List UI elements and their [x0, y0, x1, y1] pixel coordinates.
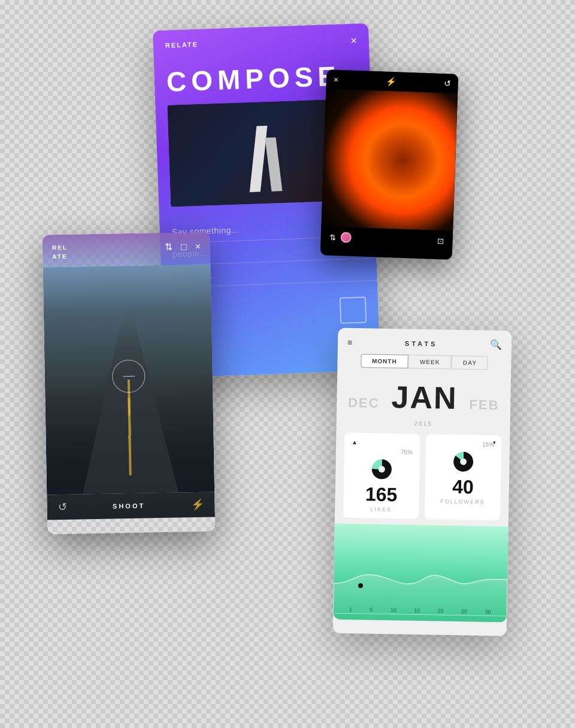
stats-month-nav: DEC JAN FEB	[337, 373, 511, 421]
chart-label-15: 15	[414, 608, 420, 614]
shoot-flash-icon[interactable]: ⚡	[190, 498, 204, 511]
tab-day[interactable]: DAY	[452, 356, 489, 370]
share-box	[340, 296, 367, 324]
likes-arrow: ▲	[352, 439, 413, 447]
compose-close-button[interactable]: ×	[350, 35, 357, 47]
followers-pie-chart	[452, 451, 474, 473]
month-current: JAN	[391, 379, 458, 416]
shoot-logo: RELATE	[52, 243, 68, 261]
followers-label: FOLLOWERS	[432, 498, 493, 505]
month-prev[interactable]: DEC	[348, 395, 380, 411]
card-shoot: RELATE ⇅ □ × ↺ SHOOT ⚡	[43, 232, 216, 535]
stats-header: ≡ STATS 🔍	[338, 328, 512, 357]
tab-week[interactable]: WEEK	[408, 355, 452, 369]
tab-month[interactable]: MONTH	[361, 354, 408, 368]
shoot-header: RELATE ⇅ □ ×	[43, 232, 211, 268]
arch-shape	[240, 113, 290, 193]
likes-value: 165	[350, 484, 412, 505]
followers-card: ▼ 15% 40 FOLLOWERS	[425, 434, 501, 520]
stats-search-icon[interactable]: 🔍	[490, 339, 502, 350]
stats-tabs: MONTH WEEK DAY	[337, 354, 512, 377]
shoot-rotate-icon[interactable]: ↺	[58, 500, 66, 514]
chart-label-20: 20	[438, 608, 444, 614]
shoot-adjust-icon[interactable]: ⇅	[165, 241, 172, 253]
chart-label-25: 25	[461, 608, 467, 614]
shoot-footer: ↺ SHOOT ⚡	[47, 492, 215, 520]
likes-percent: 75%	[401, 448, 413, 455]
chart-label-30: 30	[485, 609, 491, 615]
shoot-label: SHOOT	[113, 502, 145, 510]
stats-chart-area: 1 5 10 15 20 25 30	[333, 523, 509, 622]
card-stats: ≡ STATS 🔍 MONTH WEEK DAY DEC JAN FEB 201…	[333, 328, 512, 636]
chart-label-1: 1	[349, 606, 352, 612]
photo-rotate-icon[interactable]: ↺	[444, 78, 452, 88]
likes-card: ▲ 75% 165 LIKES	[343, 433, 420, 519]
color-picker-dot[interactable]	[340, 232, 352, 243]
chart-label-5: 5	[370, 607, 373, 613]
likes-chart	[351, 458, 413, 481]
card-photo-editor: × ⚡ ↺ ⇅ ⊡	[320, 69, 459, 259]
shoot-close-icon[interactable]: ×	[195, 241, 201, 251]
stats-cards-row: ▲ 75% 165 LIKES ▼ 15%	[335, 432, 510, 520]
chart-label-10: 10	[391, 607, 397, 613]
photo-close-icon[interactable]: ×	[334, 75, 339, 84]
followers-dropdown[interactable]: ▼	[492, 440, 497, 445]
photo-adjust-icon[interactable]: ⇅	[329, 232, 336, 241]
focus-line	[123, 376, 135, 377]
photo-crop-icon[interactable]: ⊡	[437, 236, 444, 245]
shoot-photo-bg	[43, 265, 215, 495]
month-next[interactable]: FEB	[469, 397, 499, 413]
photo-footer-controls: ⇅	[329, 232, 352, 243]
stats-title: STATS	[405, 339, 438, 347]
photo-main-image	[321, 89, 458, 231]
followers-value: 40	[432, 477, 494, 497]
followers-chart	[432, 450, 494, 473]
stats-wave-chart	[333, 535, 508, 616]
stats-menu-icon[interactable]: ≡	[347, 337, 352, 347]
shoot-square-icon[interactable]: □	[181, 241, 187, 252]
shoot-header-icons: ⇅ □ ×	[165, 241, 201, 253]
compose-logo: RELATE	[165, 40, 199, 50]
photo-flash-icon[interactable]: ⚡	[386, 77, 397, 87]
likes-pie-chart	[371, 459, 393, 481]
likes-label: LIKES	[350, 506, 411, 513]
